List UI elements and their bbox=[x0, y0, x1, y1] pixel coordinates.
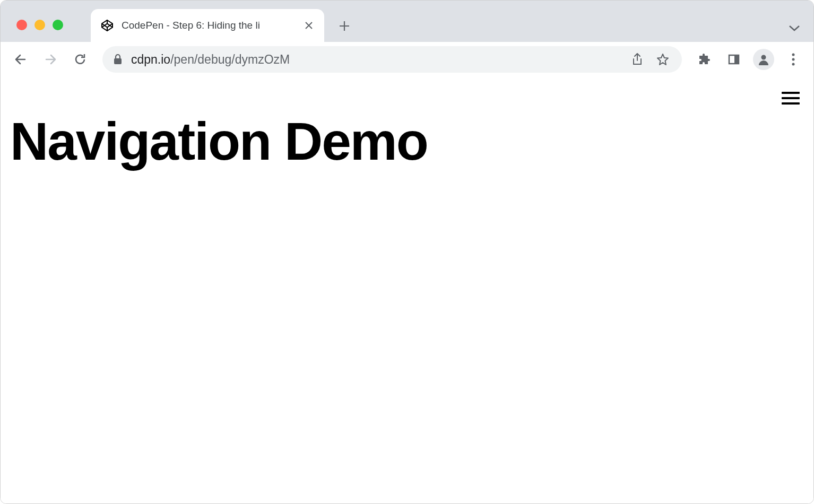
bookmark-button[interactable] bbox=[654, 51, 671, 68]
browser-tab[interactable]: CodePen - Step 6: Hiding the li bbox=[91, 9, 324, 42]
page-heading: Navigation Demo bbox=[10, 112, 804, 170]
minimize-window-button[interactable] bbox=[34, 20, 45, 30]
browser-chrome: CodePen - Step 6: Hiding the li bbox=[1, 1, 813, 77]
share-button[interactable] bbox=[629, 51, 646, 68]
new-tab-button[interactable] bbox=[333, 14, 356, 38]
window-controls bbox=[16, 20, 63, 30]
hamburger-menu-button[interactable] bbox=[782, 92, 800, 105]
back-button[interactable] bbox=[8, 47, 33, 72]
page-content: Navigation Demo bbox=[1, 77, 813, 503]
tab-title: CodePen - Step 6: Hiding the li bbox=[122, 20, 296, 31]
address-bar[interactable]: cdpn.io/pen/debug/dymzOzM bbox=[102, 46, 682, 73]
tab-strip: CodePen - Step 6: Hiding the li bbox=[1, 1, 813, 42]
menu-button[interactable] bbox=[781, 47, 806, 72]
close-tab-button[interactable] bbox=[303, 20, 315, 31]
svg-rect-2 bbox=[734, 55, 739, 64]
side-panel-button[interactable] bbox=[721, 47, 747, 72]
tabs-dropdown-button[interactable] bbox=[786, 20, 803, 37]
extensions-button[interactable] bbox=[691, 47, 717, 72]
forward-button[interactable] bbox=[38, 47, 63, 72]
browser-toolbar: cdpn.io/pen/debug/dymzOzM bbox=[1, 42, 813, 77]
svg-point-4 bbox=[792, 54, 795, 56]
url-domain: cdpn.io bbox=[131, 53, 170, 66]
maximize-window-button[interactable] bbox=[53, 20, 63, 30]
codepen-icon bbox=[100, 19, 114, 32]
lock-icon bbox=[113, 54, 123, 65]
svg-point-6 bbox=[792, 63, 795, 66]
svg-point-3 bbox=[761, 55, 766, 60]
reload-button[interactable] bbox=[67, 47, 93, 72]
svg-point-5 bbox=[792, 58, 795, 61]
close-window-button[interactable] bbox=[16, 20, 27, 30]
profile-button[interactable] bbox=[753, 49, 774, 70]
hamburger-icon bbox=[782, 92, 800, 94]
svg-rect-0 bbox=[114, 58, 122, 64]
url-path: /pen/debug/dymzOzM bbox=[170, 53, 290, 66]
url-text: cdpn.io/pen/debug/dymzOzM bbox=[131, 53, 620, 67]
